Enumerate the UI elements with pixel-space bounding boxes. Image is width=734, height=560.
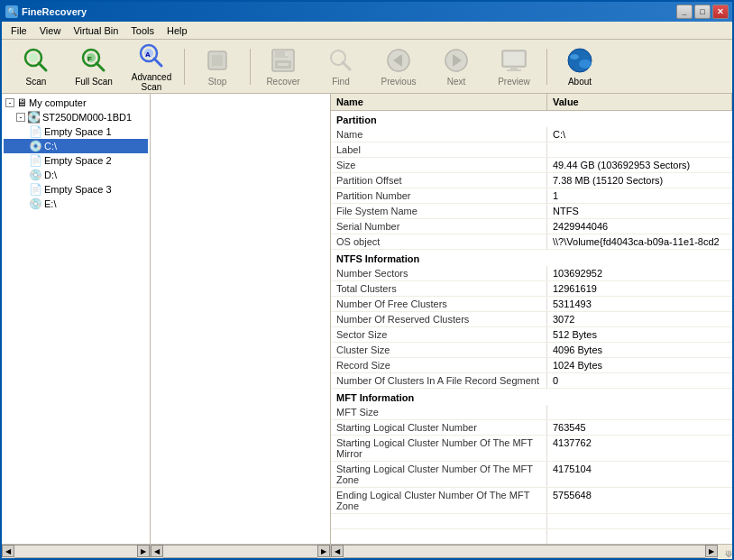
- previous-label: Previous: [381, 77, 417, 87]
- about-button[interactable]: About: [553, 43, 607, 90]
- menu-virtualbin[interactable]: Virtual Bin: [68, 23, 124, 38]
- next-icon: [442, 46, 471, 75]
- tree-e-label: E:\: [44, 198, 56, 209]
- mid-scroll-right[interactable]: ▶: [317, 545, 330, 557]
- tree-drive-label: ST250DM000-1BD1: [42, 112, 132, 123]
- right-scroll-left[interactable]: ◀: [331, 545, 344, 557]
- prop-header-name: Name: [331, 94, 547, 110]
- properties-panel: Name Value Partition Name C:\ Label Size…: [331, 94, 732, 544]
- preview-button[interactable]: Preview: [487, 43, 541, 90]
- harddisk-icon: 💽: [27, 111, 41, 124]
- right-scroll-right[interactable]: ▶: [705, 545, 718, 557]
- prop-row: Starting Logical Cluster Number Of The M…: [331, 462, 732, 488]
- ddrive-icon: 💿: [29, 169, 42, 181]
- svg-line-1: [39, 63, 46, 70]
- stop-label: Stop: [208, 77, 227, 87]
- toolbar: Scan F Full Scan A: [2, 40, 732, 94]
- prop-row: Name C:\: [331, 127, 732, 142]
- tree-d-drive[interactable]: 💿 D:\: [4, 168, 148, 182]
- fullscan-button[interactable]: F Full Scan: [67, 43, 121, 90]
- emptyspace3-icon: 📄: [29, 183, 42, 196]
- computer-icon: 🖥: [16, 96, 27, 109]
- emptyspace2-icon: 📄: [29, 154, 42, 167]
- tree-emptyspace3-label: Empty Space 3: [44, 184, 112, 195]
- prop-row: Partition Number 1: [331, 188, 732, 204]
- left-scroll-right[interactable]: ▶: [137, 545, 150, 557]
- svg-text:F: F: [87, 55, 92, 63]
- recover-label: Recover: [266, 77, 299, 87]
- prop-row: OS object \\?\Volume{fd4043ca-b09a-11e1-…: [331, 234, 732, 250]
- prop-row: Ending Logical Cluster Number Of The MFT…: [331, 488, 732, 514]
- tree-view[interactable]: - 🖥 My computer - 💽 ST250DM000-1BD1 📄 Em…: [2, 94, 150, 544]
- tree-toggle-root[interactable]: -: [5, 98, 14, 107]
- prop-row: Number Sectors 103692952: [331, 266, 732, 281]
- right-scroll-area: ◀ ▶: [331, 545, 718, 558]
- mid-scroll-area: ◀ ▶: [151, 545, 331, 558]
- next-button[interactable]: Next: [429, 43, 483, 90]
- right-scroll-track: [344, 545, 705, 558]
- prop-row: File System Name NTFS: [331, 204, 732, 219]
- preview-icon: [500, 46, 528, 75]
- svg-line-19: [343, 62, 350, 69]
- prop-row: Serial Number 2429944046: [331, 219, 732, 234]
- scan-icon: [22, 46, 50, 75]
- prop-header: Name Value: [331, 94, 732, 111]
- prop-row: Label: [331, 142, 732, 158]
- tree-root-label: My computer: [29, 97, 87, 108]
- prop-row: Starting Logical Cluster Number 763545: [331, 420, 732, 436]
- tree-emptyspace2-label: Empty Space 2: [44, 155, 112, 166]
- find-button[interactable]: Find: [314, 43, 368, 90]
- tree-emptyspace2[interactable]: 📄 Empty Space 2: [4, 153, 148, 168]
- cdrive-icon: 💿: [29, 140, 42, 152]
- emptyspace1-icon: 📄: [29, 125, 42, 138]
- main-window: 🔍 FineRecovery _ □ ✕ File View Virtual B…: [0, 0, 734, 560]
- scan-button[interactable]: Scan: [9, 43, 63, 90]
- previous-button[interactable]: Previous: [372, 43, 426, 90]
- about-label: About: [568, 77, 592, 87]
- prop-row: Number Of Clusters In A File Record Segm…: [331, 373, 732, 389]
- prop-row: Starting Logical Cluster Number Of The M…: [331, 436, 732, 462]
- tree-emptyspace3[interactable]: 📄 Empty Space 3: [4, 182, 148, 197]
- mid-scroll-left[interactable]: ◀: [151, 545, 163, 557]
- left-scroll-left[interactable]: ◀: [2, 545, 14, 557]
- tree-root[interactable]: - 🖥 My computer: [4, 96, 148, 110]
- prop-row: Cluster Size 4096 Bytes: [331, 343, 732, 358]
- preview-label: Preview: [498, 77, 530, 87]
- menu-tools[interactable]: Tools: [125, 23, 160, 38]
- middle-panel: [151, 94, 331, 544]
- tree-emptyspace1[interactable]: 📄 Empty Space 1: [4, 124, 148, 139]
- prop-header-value: Value: [547, 94, 732, 110]
- menu-file[interactable]: File: [5, 23, 32, 38]
- properties-table: Name Value Partition Name C:\ Label Size…: [331, 94, 732, 544]
- section-ntfs: NTFS Information: [331, 250, 732, 266]
- tree-drive-item[interactable]: - 💽 ST250DM000-1BD1: [4, 110, 148, 124]
- recover-button[interactable]: Recover: [256, 43, 310, 90]
- close-button[interactable]: ✕: [712, 5, 729, 19]
- menu-bar: File View Virtual Bin Tools Help: [2, 22, 732, 40]
- prop-row: Sector Size 512 Bytes: [331, 327, 732, 343]
- maximize-button[interactable]: □: [694, 5, 711, 19]
- svg-point-30: [570, 54, 579, 60]
- toolbar-sep-1: [184, 49, 185, 85]
- menu-help[interactable]: Help: [161, 23, 193, 38]
- minimize-button[interactable]: _: [676, 5, 693, 19]
- find-icon: [326, 46, 355, 75]
- prop-row: Number Of Reserved Clusters 3072: [331, 312, 732, 327]
- menu-view[interactable]: View: [34, 23, 67, 38]
- find-label: Find: [332, 77, 349, 87]
- svg-point-2: [29, 53, 38, 62]
- stop-button[interactable]: Stop: [190, 43, 244, 90]
- scan-label: Scan: [26, 77, 47, 87]
- tree-e-drive[interactable]: 💿 E:\: [4, 197, 148, 211]
- mid-scroll-track: [163, 545, 317, 558]
- left-scroll-track: [14, 545, 137, 558]
- app-icon: 🔍: [5, 5, 18, 18]
- prop-row-empty: [331, 529, 732, 544]
- tree-toggle-drive[interactable]: -: [16, 113, 25, 122]
- advscan-button[interactable]: A Advanced Scan: [124, 43, 179, 90]
- prop-row: Record Size 1024 Bytes: [331, 358, 732, 373]
- tree-c-drive[interactable]: 💿 C:\: [4, 139, 148, 153]
- resize-corner: ⟱: [718, 545, 732, 559]
- next-label: Next: [447, 77, 466, 87]
- prop-row: Size 49.44 GB (103692953 Sectors): [331, 158, 732, 173]
